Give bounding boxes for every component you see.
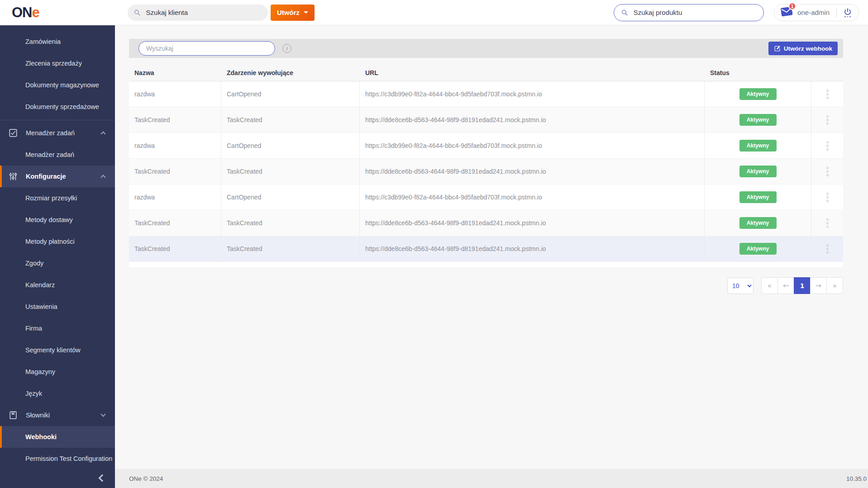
cell-actions: [811, 81, 843, 107]
first-page-button[interactable]: «: [761, 277, 778, 294]
cell-event: CartOpened: [221, 133, 360, 158]
sidebar-item-metody-płatności[interactable]: Metody płatności: [0, 231, 115, 252]
main-content: i Utwórz webhook Nazwa Zdarzenie wywołuj…: [115, 25, 868, 488]
status-badge[interactable]: Aktywny: [739, 140, 777, 152]
row-actions-kebab-icon[interactable]: [824, 138, 831, 153]
table-row[interactable]: TaskCreated TaskCreated https://dde8ce6b…: [129, 236, 843, 262]
user-menu[interactable]: 1 one-admin: [774, 4, 859, 21]
sidebar-item-metody-dostawy[interactable]: Metody dostawy: [0, 209, 115, 231]
cell-event: CartOpened: [221, 81, 360, 107]
cell-status: Aktywny: [705, 236, 811, 261]
logout-power-icon[interactable]: [844, 8, 852, 18]
table-row[interactable]: TaskCreated TaskCreated https://dde8ce6b…: [129, 159, 843, 185]
row-actions-kebab-icon[interactable]: [824, 164, 831, 179]
column-header-status: Status: [705, 69, 811, 76]
table-row[interactable]: razdwa CartOpened https://c3db99e0-f82a-…: [129, 185, 843, 210]
sidebar-item-firma[interactable]: Firma: [0, 317, 115, 339]
sidebar-item-słowniki[interactable]: Słowniki: [0, 404, 115, 426]
sidebar-divider: [0, 120, 115, 120]
cell-name: TaskCreated: [129, 210, 221, 236]
sidebar-item-webhooki[interactable]: Webhooki: [0, 426, 115, 448]
task-manager-icon: [9, 128, 18, 137]
dictionary-book-icon: [9, 411, 18, 420]
row-actions-kebab-icon[interactable]: [824, 242, 831, 256]
logo-text-on: ON: [12, 5, 32, 20]
edit-icon: [774, 45, 781, 52]
sidebar-item-magazyny[interactable]: Magazyny: [0, 361, 115, 383]
sidebar: Zamówienia: [0, 25, 115, 488]
status-badge[interactable]: Aktywny: [739, 88, 777, 100]
chevron-icon: [100, 131, 105, 136]
status-badge[interactable]: Aktywny: [739, 191, 777, 203]
webhooks-toolbar: i Utwórz webhook: [129, 39, 843, 58]
create-webhook-button[interactable]: Utwórz webhook: [768, 42, 838, 55]
info-icon[interactable]: i: [282, 44, 291, 53]
sidebar-collapse-icon[interactable]: [99, 474, 106, 482]
search-product-input[interactable]: [633, 8, 756, 17]
status-badge[interactable]: Aktywny: [739, 217, 777, 229]
sidebar-item-label: Metody dostawy: [25, 216, 73, 223]
app-logo[interactable]: ONe: [0, 5, 115, 21]
row-actions-kebab-icon[interactable]: [824, 216, 831, 231]
cell-url: https://c3db99e0-f82a-4644-bbc4-9d5faebd…: [360, 185, 705, 210]
cell-actions: [811, 107, 843, 133]
next-page-button[interactable]: →: [810, 277, 827, 294]
sidebar-item-ustawienia[interactable]: Ustawienia: [0, 296, 115, 317]
sidebar-item-dokumenty-sprzedażowe[interactable]: Dokumenty sprzedażowe: [0, 96, 115, 118]
previous-page-button[interactable]: ←: [777, 277, 794, 294]
page-1-button[interactable]: 1: [794, 277, 811, 294]
column-header-event: Zdarzenie wywołujące: [221, 69, 360, 76]
sidebar-item-label: Rozmiar przesyłki: [25, 194, 77, 202]
page-size-select[interactable]: 10: [727, 278, 754, 294]
sidebar-item-menadżer-zadań[interactable]: Menadżer zadań: [0, 122, 115, 144]
sidebar-item-zamówienia[interactable]: Zamówienia: [0, 31, 115, 52]
status-badge[interactable]: Aktywny: [739, 114, 777, 126]
table-header: Nazwa Zdarzenie wywołujące URL Status: [129, 64, 843, 81]
sidebar-item-rozmiar-przesyłki[interactable]: Rozmiar przesyłki: [0, 187, 115, 209]
cell-url: https://c3db99e0-f82a-4644-bbc4-9d5faebd…: [360, 133, 705, 158]
chevron-icon: [100, 175, 105, 180]
webhook-search-input[interactable]: [138, 41, 275, 56]
row-actions-kebab-icon[interactable]: [824, 190, 831, 205]
sidebar-item-label: Zamówienia: [25, 38, 61, 45]
cell-url: https://c3db99e0-f82a-4644-bbc4-9d5faebd…: [360, 81, 705, 107]
sidebar-item-segmenty-klientów[interactable]: Segmenty klientów: [0, 339, 115, 361]
sidebar-item-dokumenty-magazynowe[interactable]: Dokumenty magazynowe: [0, 74, 115, 96]
notification-badge: 1: [788, 2, 796, 10]
sidebar-item-kalendarz[interactable]: Kalendarz: [0, 274, 115, 296]
cell-name: razdwa: [129, 81, 221, 107]
cell-url: https://dde8ce6b-d563-4644-98f9-d8191eda…: [360, 159, 705, 184]
sidebar-item-label: Zlecenia sprzedaży: [25, 60, 82, 67]
row-actions-kebab-icon[interactable]: [824, 113, 831, 128]
table-row[interactable]: TaskCreated TaskCreated https://dde8ce6b…: [129, 210, 843, 236]
sidebar-item-konfiguracje[interactable]: Konfiguracje: [0, 166, 115, 187]
sidebar-item-zgody[interactable]: Zgody: [0, 252, 115, 274]
cell-status: Aktywny: [705, 210, 811, 236]
horizontal-scrollbar-track[interactable]: [129, 262, 843, 267]
mail-icon[interactable]: 1: [781, 6, 793, 18]
cell-name: razdwa: [129, 133, 221, 158]
status-badge[interactable]: Aktywny: [739, 166, 777, 177]
last-page-button[interactable]: »: [826, 277, 843, 294]
sidebar-item-menadżer-zadań[interactable]: Menadżer zadań: [0, 144, 115, 166]
sidebar-item-label: Język: [25, 390, 42, 397]
table-row[interactable]: TaskCreated TaskCreated https://dde8ce6b…: [129, 107, 843, 133]
row-actions-kebab-icon[interactable]: [824, 87, 831, 102]
sidebar-item-permission-test-configuration[interactable]: Permission Test Configuration: [0, 448, 115, 469]
sidebar-item-język[interactable]: Język: [0, 383, 115, 404]
sidebar-item-label: Metody płatności: [25, 238, 75, 245]
status-badge[interactable]: Aktywny: [739, 243, 777, 255]
cell-event: TaskCreated: [221, 107, 360, 133]
sidebar-item-zlecenia-sprzedaży[interactable]: Zlecenia sprzedaży: [0, 52, 115, 74]
sidebar-item-label: Dokumenty sprzedażowe: [25, 103, 99, 110]
cell-name: TaskCreated: [129, 159, 221, 184]
create-button[interactable]: Utwórz: [271, 5, 315, 21]
sidebar-item-label: Webhooki: [25, 433, 57, 441]
version-text: 10.35.0: [846, 475, 867, 482]
cell-url: https://dde8ce6b-d563-4644-98f9-d8191eda…: [360, 107, 705, 133]
create-webhook-label: Utwórz webhook: [784, 45, 832, 52]
table-row[interactable]: razdwa CartOpened https://c3db99e0-f82a-…: [129, 133, 843, 159]
pagination: 10 « ← 1 → »: [129, 277, 843, 294]
table-row[interactable]: razdwa CartOpened https://c3db99e0-f82a-…: [129, 81, 843, 107]
search-client-input[interactable]: [145, 8, 262, 17]
